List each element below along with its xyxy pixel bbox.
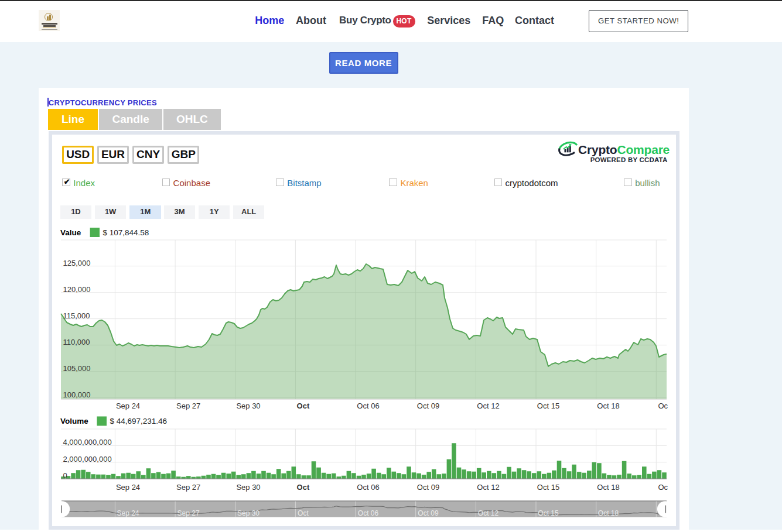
svg-text:Sep 24: Sep 24 — [116, 483, 140, 492]
svg-text:Oc: Oc — [658, 401, 668, 410]
svg-text:4,000,000,000: 4,000,000,000 — [63, 438, 112, 447]
svg-text:Sep 24: Sep 24 — [117, 509, 139, 517]
svg-text:125,000: 125,000 — [63, 259, 91, 267]
svg-text:Volume: Volume — [60, 417, 88, 425]
svg-text:POWERED BY CCDATA: POWERED BY CCDATA — [590, 156, 668, 163]
svg-text:Oct 15: Oct 15 — [538, 509, 559, 517]
svg-text:Sep 30: Sep 30 — [236, 401, 260, 410]
svg-text:0: 0 — [63, 471, 67, 480]
svg-text:Value: Value — [60, 228, 81, 237]
svg-text:Sep 27: Sep 27 — [176, 483, 200, 492]
svg-text:100,000: 100,000 — [63, 390, 91, 399]
svg-text:Oct: Oct — [297, 483, 310, 492]
svg-text:$ 107,844.58: $ 107,844.58 — [103, 228, 149, 237]
svg-text:CryptoCompare: CryptoCompare — [578, 143, 670, 156]
svg-text:110,000: 110,000 — [63, 338, 90, 346]
svg-text:Oct 15: Oct 15 — [537, 401, 559, 410]
svg-text:Oct 06: Oct 06 — [357, 483, 379, 492]
svg-text:2,000,000,000: 2,000,000,000 — [63, 455, 112, 464]
svg-text:Sep 27: Sep 27 — [177, 509, 200, 517]
svg-text:Oct 18: Oct 18 — [597, 483, 619, 492]
svg-text:115,000: 115,000 — [63, 311, 90, 320]
svg-text:105,000: 105,000 — [63, 364, 91, 373]
svg-text:Oct 09: Oct 09 — [418, 509, 439, 517]
svg-text:Sep 27: Sep 27 — [176, 401, 200, 410]
svg-text:Oct 12: Oct 12 — [477, 401, 499, 410]
svg-text:Oct 15: Oct 15 — [537, 483, 559, 492]
svg-text:Oct 18: Oct 18 — [598, 509, 619, 517]
svg-text:Oct 12: Oct 12 — [477, 483, 499, 492]
svg-text:Sep 30: Sep 30 — [236, 483, 260, 492]
svg-text:Oct 09: Oct 09 — [417, 483, 439, 492]
svg-text:Sep 24: Sep 24 — [116, 401, 140, 410]
svg-text:Oct 12: Oct 12 — [478, 509, 499, 517]
svg-text:Oct: Oct — [297, 401, 310, 410]
svg-text:Oct 18: Oct 18 — [597, 401, 619, 410]
svg-text:Oct 06: Oct 06 — [358, 509, 379, 517]
svg-text:120,000: 120,000 — [63, 285, 91, 294]
svg-text:Oct 06: Oct 06 — [357, 401, 379, 410]
svg-text:Oc: Oc — [658, 483, 668, 492]
svg-text:Oct 09: Oct 09 — [417, 401, 439, 410]
svg-text:Sep 30: Sep 30 — [237, 509, 259, 517]
svg-text:Oct: Oct — [298, 509, 309, 517]
svg-text:$ 44,697,231.46: $ 44,697,231.46 — [110, 417, 168, 425]
